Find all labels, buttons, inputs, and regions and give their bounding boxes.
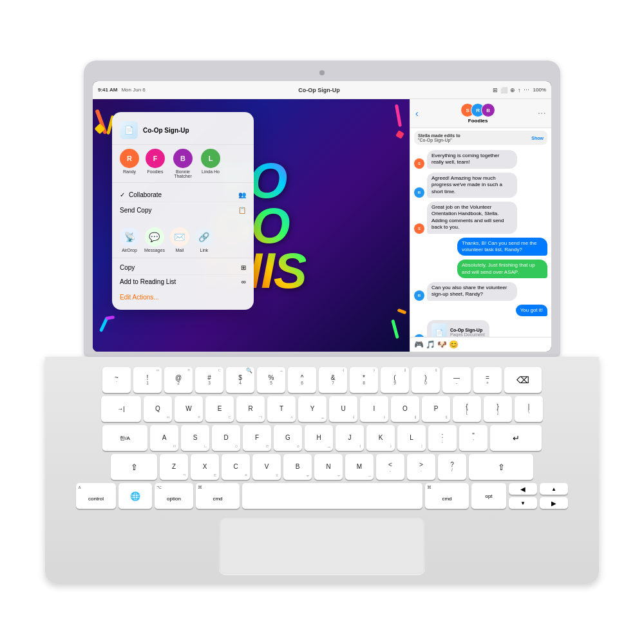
key-x[interactable]: Xㅌ bbox=[191, 454, 219, 480]
key-c[interactable]: Cㅊ bbox=[222, 454, 250, 480]
shared-doc-bubble[interactable]: 📄 Co-Op Sign-Up Pages Document bbox=[427, 320, 489, 337]
app-link[interactable]: 🔗 Link bbox=[194, 227, 214, 252]
key-quote[interactable]: "' bbox=[459, 425, 488, 451]
key-3[interactable]: #3ㄷ bbox=[195, 367, 223, 393]
key-enter[interactable]: ↵ bbox=[490, 425, 542, 451]
key-2[interactable]: @2ㅈ bbox=[164, 367, 193, 393]
readinglist-label: Add to Reading List bbox=[120, 278, 176, 285]
key-m[interactable]: Mㅡ bbox=[345, 454, 374, 480]
person-bonnie[interactable]: B Bonnie Thatcher bbox=[171, 149, 194, 178]
key-shift-right[interactable]: ⇧ bbox=[469, 454, 533, 480]
key-row-qwerty: →| Qㅂ Wㅈ Eㄷ Rㄱ Tㅅ Yㅛ Uㅕ Iㅑ Oㅐ Pㅔ {[ }] |… bbox=[57, 396, 587, 422]
key-5[interactable]: %5ㅗ bbox=[257, 367, 285, 393]
popup-edit-actions[interactable]: Edit Actions... bbox=[112, 291, 254, 303]
key-comma[interactable]: <, bbox=[376, 454, 404, 480]
key-b[interactable]: Bㅠ bbox=[283, 454, 312, 480]
key-period[interactable]: >. bbox=[407, 454, 435, 480]
key-j[interactable]: Jㅓ bbox=[336, 425, 364, 451]
key-p[interactable]: Pㅔ bbox=[422, 396, 450, 422]
key-n[interactable]: Nㅜ bbox=[314, 454, 343, 480]
key-arrow-right[interactable]: ▶ bbox=[540, 497, 568, 509]
key-q[interactable]: Qㅂ bbox=[144, 396, 172, 422]
key-9[interactable]: (9ㅐ bbox=[381, 367, 409, 393]
popup-copy-option[interactable]: Copy ⊞ bbox=[120, 261, 246, 275]
key-k[interactable]: Kㅏ bbox=[366, 425, 395, 451]
msg-avatar-randy: R bbox=[414, 187, 424, 198]
person-name-randy: Randy bbox=[123, 169, 136, 174]
key-row-numbers: ~` !1ㅂ @2ㅈ #3ㄷ $4🔍 %5ㅗ ^6 &7ㅕ *8ㅑ (9ㅐ )0… bbox=[57, 367, 587, 393]
key-slash[interactable]: ?/ bbox=[438, 454, 466, 480]
person-linda[interactable]: L Linda Ho bbox=[201, 149, 220, 178]
key-0[interactable]: )0ㅔ bbox=[412, 367, 440, 393]
popup-people-row[interactable]: R Randy F Foodies B Bonnie Thatcher bbox=[112, 145, 254, 183]
key-arrow-down[interactable]: ▼ bbox=[509, 497, 537, 509]
popup-collaborate-option[interactable]: ✓ Collaborate 👥 bbox=[120, 188, 246, 202]
msg-avatar-randy-2: R bbox=[414, 290, 424, 301]
key-r[interactable]: Rㄱ bbox=[236, 396, 265, 422]
key-cmd-right[interactable]: ⌘ cmd bbox=[425, 483, 469, 509]
collaborate-icon: 👥 bbox=[238, 191, 246, 198]
screen-toolbar: 9:41 AM Mon Jun 6 Co-Op Sign-Up ⊞ ⬜ ⊕ ↑ … bbox=[93, 81, 551, 99]
key-backslash[interactable]: |\ bbox=[515, 396, 543, 422]
app-messages[interactable]: 💬 Messages bbox=[144, 227, 165, 252]
key-semicolon[interactable]: :; bbox=[428, 425, 457, 451]
key-minus[interactable]: —- bbox=[442, 367, 471, 393]
key-backspace[interactable]: ⌫ bbox=[504, 367, 542, 393]
key-1[interactable]: !1ㅂ bbox=[133, 367, 162, 393]
key-u[interactable]: Uㅕ bbox=[329, 396, 357, 422]
messages-more-button[interactable]: ··· bbox=[538, 108, 546, 119]
key-g[interactable]: Gㅎ bbox=[274, 425, 302, 451]
popup-readinglist-option[interactable]: Add to Reading List ∞ bbox=[120, 275, 246, 289]
key-w[interactable]: Wㅈ bbox=[175, 396, 203, 422]
key-a[interactable]: Aㅁ bbox=[150, 425, 178, 451]
key-i[interactable]: Iㅑ bbox=[360, 396, 388, 422]
key-capslock[interactable]: 한/A bbox=[102, 425, 147, 451]
person-foodies[interactable]: F Foodies bbox=[146, 149, 165, 178]
key-arrow-left[interactable]: ◀ bbox=[509, 483, 537, 495]
key-equals[interactable]: =+ bbox=[473, 367, 502, 393]
messages-contact-info: S R B Foodies bbox=[421, 103, 535, 124]
key-o[interactable]: Oㅐ bbox=[391, 396, 419, 422]
app-mail[interactable]: ✉️ Mail bbox=[170, 227, 189, 252]
key-f[interactable]: Fㄹ bbox=[243, 425, 271, 451]
msg-bubble-4: Thanks, B! Can you send me the volunteer… bbox=[457, 238, 547, 256]
key-8[interactable]: *8ㅑ bbox=[350, 367, 378, 393]
key-tab[interactable]: →| bbox=[101, 396, 141, 422]
key-cmd-left[interactable]: ⌘ cmd bbox=[196, 483, 240, 509]
key-h[interactable]: Hㅗ bbox=[305, 425, 333, 451]
key-lbracket[interactable]: {[ bbox=[453, 396, 481, 422]
shared-doc-info: Co-Op Sign-Up Pages Document bbox=[450, 328, 485, 337]
key-4[interactable]: $4🔍 bbox=[226, 367, 254, 393]
key-7[interactable]: &7ㅕ bbox=[319, 367, 347, 393]
touchpad[interactable] bbox=[219, 516, 425, 574]
collaborate-label: Collaborate bbox=[129, 191, 162, 198]
key-space[interactable] bbox=[242, 483, 422, 509]
popup-sendcopy-option[interactable]: Send Copy 📋 bbox=[120, 204, 246, 217]
key-option-left[interactable]: ⌥ option bbox=[155, 483, 193, 509]
key-s[interactable]: Sㄴ bbox=[181, 425, 209, 451]
key-l[interactable]: Lㅣ bbox=[397, 425, 426, 451]
key-rbracket[interactable]: }] bbox=[484, 396, 512, 422]
key-row-bottom: ∧ control 🌐 ⌥ option ⌘ cmd ⌘ cmd bbox=[57, 483, 587, 509]
key-t[interactable]: Tㅅ bbox=[267, 396, 296, 422]
key-arrow-up[interactable]: ▲ bbox=[540, 483, 568, 495]
key-6[interactable]: ^6 bbox=[288, 367, 316, 393]
key-y[interactable]: Yㅛ bbox=[298, 396, 327, 422]
person-randy[interactable]: R Randy bbox=[120, 149, 139, 178]
key-tilde[interactable]: ~` bbox=[102, 367, 131, 393]
key-z[interactable]: Zㅋ bbox=[160, 454, 188, 480]
key-control[interactable]: ∧ control bbox=[76, 483, 116, 509]
messages-header: ‹ S R B Foodies ··· bbox=[410, 99, 551, 128]
key-shift-left[interactable]: ⇧ bbox=[111, 454, 157, 480]
key-v[interactable]: Vㅍ bbox=[252, 454, 281, 480]
key-d[interactable]: Dㅇ bbox=[212, 425, 240, 451]
messages-back-button[interactable]: ‹ bbox=[415, 108, 419, 118]
key-e[interactable]: Eㄷ bbox=[205, 396, 234, 422]
key-opt-right[interactable]: opt bbox=[471, 483, 506, 509]
notification-show-button[interactable]: Show bbox=[531, 136, 544, 140]
key-globe[interactable]: 🌐 bbox=[118, 483, 152, 509]
app-airdrop[interactable]: 📡 AirDrop bbox=[120, 227, 139, 252]
message-8: R 📄 Co-Op Sign-Up Pages Document bbox=[414, 320, 547, 337]
message-4: Thanks, B! Can you send me the volunteer… bbox=[414, 238, 547, 256]
readinglist-icon: ∞ bbox=[242, 278, 246, 285]
